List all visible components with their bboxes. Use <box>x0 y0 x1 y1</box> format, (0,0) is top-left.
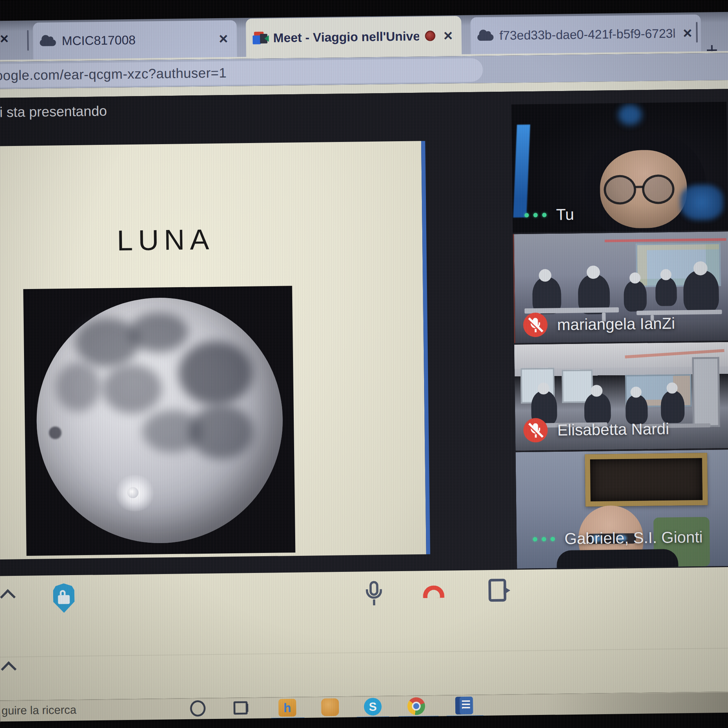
orange-app-icon[interactable] <box>321 698 339 716</box>
classroom-door <box>692 357 720 427</box>
address-bar[interactable]: oogle.com/ear-qcgm-xzc?authuser=1 <box>0 58 483 88</box>
tab-label: MCIC817008 <box>62 33 136 48</box>
participant-video-tu[interactable]: Tu <box>511 102 728 232</box>
moon-image <box>23 286 295 556</box>
meet-camera-icon <box>252 32 268 44</box>
full-moon-photo <box>35 296 284 544</box>
cloud-icon <box>40 39 56 46</box>
shield-lock-icon[interactable] <box>53 583 75 613</box>
tab-divider <box>27 30 29 51</box>
participant-name: Elisabetta Nardi <box>557 420 669 439</box>
url-text: oogle.com/ear-qcgm-xzc?authuser=1 <box>0 65 227 83</box>
cortana-icon[interactable] <box>190 700 206 717</box>
student-head <box>591 385 603 397</box>
participant-shoulders <box>557 549 679 569</box>
microphone-button[interactable] <box>365 581 383 607</box>
participant-video-mariangela[interactable]: mariangela IanZi <box>513 231 728 343</box>
student-head <box>630 387 642 398</box>
chevron-up-icon[interactable] <box>0 589 16 605</box>
student <box>683 270 719 314</box>
chrome-icon[interactable] <box>407 697 425 715</box>
tab-close-button[interactable]: × <box>681 25 694 41</box>
student-head <box>539 269 551 282</box>
meet-controls-area <box>0 567 728 701</box>
skype-icon[interactable]: S <box>364 698 382 716</box>
taskbar-shadow <box>545 692 728 716</box>
presentation-slide: LUNA <box>0 141 426 560</box>
tab-label: Meet - Viaggio nell'Universo <box>273 29 419 45</box>
audio-activity-icon <box>533 537 555 541</box>
participant-video-gabriele[interactable]: Gabriele, S.I. Gionti <box>515 450 728 569</box>
participant-name: Gabriele, S.I. Gionti <box>564 528 703 548</box>
chevron-up-icon[interactable] <box>1 661 16 677</box>
meet-main-area: ti sta presentando LUNA <box>0 89 728 576</box>
hub-app-icon[interactable]: h <box>278 699 296 717</box>
screen-photo: × MCIC817008 × Meet - Viaggio nell'Unive… <box>0 0 728 728</box>
audio-activity-icon <box>525 213 547 217</box>
mic-muted-icon <box>523 313 548 337</box>
student <box>624 280 647 312</box>
participant-video-elisabetta[interactable]: Elisabetta Nardi <box>514 342 728 451</box>
slide-title: LUNA <box>117 223 214 257</box>
recording-dot-icon <box>425 31 436 41</box>
taskbar-search-text[interactable]: guire la ricerca <box>2 703 76 717</box>
cloud-icon <box>477 34 494 41</box>
task-view-icon[interactable] <box>233 701 248 714</box>
mic-muted-icon <box>523 418 548 443</box>
partial-tab-close-button[interactable]: × <box>0 30 9 47</box>
hang-up-button[interactable] <box>423 585 444 598</box>
tab-label: f73ed33b-dae0-421f-b5f9-6723b <box>499 26 675 43</box>
picture-frame <box>585 453 708 507</box>
tab-divider <box>696 22 698 43</box>
participant-name: Tu <box>556 205 574 223</box>
tab-close-button[interactable]: × <box>441 28 455 43</box>
presenting-banner: ti sta presentando <box>0 103 107 120</box>
separator-line <box>0 648 728 658</box>
camera-button[interactable] <box>488 579 506 602</box>
participant-name: mariangela IanZi <box>557 314 675 334</box>
glasses-bridge <box>635 186 643 188</box>
tab-f73ed33b[interactable]: f73ed33b-dae0-421f-b5f9-6723b × <box>470 15 701 54</box>
word-icon[interactable] <box>455 697 473 714</box>
screen-glow <box>680 185 723 220</box>
tab-meet-active[interactable]: Meet - Viaggio nell'Universo × <box>246 16 462 58</box>
tab-mcic817008[interactable]: MCIC817008 × <box>33 20 237 59</box>
student <box>655 277 677 306</box>
student-head <box>660 269 671 280</box>
tab-close-button[interactable]: × <box>217 31 230 47</box>
